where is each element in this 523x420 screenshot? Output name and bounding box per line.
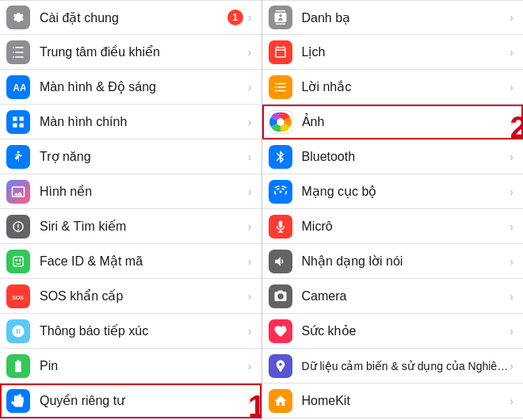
badge: 1 [227,10,243,25]
chevron-icon: › [248,395,252,407]
chevron-icon: › [248,185,252,198]
chevron-icon: › [510,185,513,198]
chevron-icon: › [248,81,252,94]
svg-text:AA: AA [13,82,25,93]
item-label: Sức khỏe [302,323,510,338]
left-column: Cài đặt chung 1 › Trung tâm điều khiển ›… [0,0,262,420]
bluetooth-icon [269,145,292,169]
chevron-icon: › [510,81,513,94]
battery-icon [6,354,30,378]
waveform-icon [269,250,292,273]
item-label: Siri & Tìm kiếm [40,219,248,234]
item-label: Dữ liệu cảm biến & sử dụng của Nghiê… [302,360,510,372]
chevron-icon: › [248,46,252,59]
list-item[interactable]: Trợ năng › [0,139,262,174]
item-label: Trợ năng [40,149,248,164]
camera-icon [269,284,292,308]
list-item[interactable]: Danh bạ › [262,0,524,35]
left-settings-list: Cài đặt chung 1 › Trung tâm điều khiển ›… [0,0,262,418]
siri-icon [6,215,30,239]
list-item[interactable]: AA Màn hình & Độ sáng › [0,70,262,105]
item-label: Danh bạ [302,10,510,25]
list-item[interactable]: Lời nhắc › [262,70,524,105]
svg-point-6 [277,118,284,125]
gear-icon [6,6,30,29]
svg-text:SOS: SOS [13,294,25,300]
chevron-icon: › [510,325,513,338]
chevron-icon: › [510,11,513,24]
mic-icon [269,215,292,239]
list-item[interactable]: Bluetooth › [262,139,524,174]
chevron-icon: › [248,151,252,163]
item-label: Mạng cục bộ [302,184,510,199]
list-item[interactable]: Dữ liệu cảm biến & sử dụng của Nghiê… › [262,349,524,384]
svg-rect-2 [13,257,23,266]
right-column: Danh bạ › Lịch › Lời nhắc › [262,0,524,420]
list-item[interactable]: Hình nền › [0,174,262,209]
list-item[interactable]: Pin › [0,349,262,384]
item-label: Màn hình chính [40,115,248,129]
list-item-quyen-rieng-tu[interactable]: Quyền riêng tư › 1 [0,384,262,418]
svg-point-4 [19,259,21,261]
item-label: SOS khẩn cấp [40,288,248,304]
grid-icon [6,110,30,134]
chevron-icon: › [510,46,513,59]
item-label: Màn hình & Độ sáng [40,79,248,94]
sensor-icon [269,354,292,378]
chevron-icon: › [510,220,513,233]
item-label: Face ID & Mật mã [40,254,248,269]
network-icon [269,180,292,204]
item-label: Hình nền [40,184,248,199]
chevron-icon: › [248,360,252,372]
item-label: Lịch [302,44,510,59]
svg-point-1 [17,151,20,153]
accessibility-icon [6,145,30,169]
contact-tracing-icon [6,319,30,343]
item-label: Lời nhắc [302,79,510,94]
sliders-icon [6,40,30,64]
right-settings-list: Danh bạ › Lịch › Lời nhắc › [262,0,524,420]
chevron-icon: › [248,255,252,268]
chevron-icon: › [510,151,513,163]
list-item[interactable]: Lịch › [262,35,524,70]
sos-icon: SOS [6,284,30,308]
chevron-icon: › [510,290,513,303]
list-item[interactable]: Thông báo tiếp xúc › [0,314,262,349]
contacts-icon [269,6,292,29]
list-item[interactable]: Siri & Tìm kiếm › [0,209,262,244]
list-item[interactable]: SOS SOS khẩn cấp › [0,279,262,314]
chevron-icon: › [510,116,513,128]
item-label: Quyền riêng tư [40,393,248,408]
list-item[interactable]: Nhận dạng lời nói › [262,244,524,279]
photos-icon [269,110,292,134]
chevron-icon: › [510,395,513,407]
list-item[interactable]: HomeKit › [262,384,524,418]
list-item[interactable]: Trung tâm điều khiển › [0,35,262,70]
item-label: Trung tâm điều khiển [40,44,248,59]
list-item[interactable]: Mạng cục bộ › [262,174,524,209]
item-label: Nhận dạng lời nói [302,254,510,269]
item-label: Bluetooth [302,150,510,164]
chevron-icon: › [248,290,252,303]
item-label: Micrô [302,220,510,234]
item-label: Ảnh [302,114,510,129]
list-item[interactable]: Camera › [262,279,524,314]
wallpaper-icon [6,180,30,204]
hand-icon [6,389,30,413]
list-item[interactable]: Cài đặt chung 1 › [0,0,262,35]
chevron-icon: › [248,220,252,233]
list-item[interactable]: Face ID & Mật mã › [0,244,262,279]
chevron-icon: › [510,255,513,268]
item-label: Pin [40,359,248,373]
list-item[interactable]: Màn hình chính › [0,105,262,139]
list-item[interactable]: Sức khỏe › [262,314,524,349]
home-icon [269,389,292,413]
svg-point-3 [16,259,17,261]
item-label: Camera [302,289,510,304]
calendar-icon [269,40,292,64]
list-item[interactable]: Micrô › [262,209,524,244]
chevron-icon: › [248,116,252,128]
item-label: Cài đặt chung [40,10,227,25]
list-item-anh[interactable]: Ảnh › 2 [262,105,524,139]
chevron-icon: › [510,360,513,372]
